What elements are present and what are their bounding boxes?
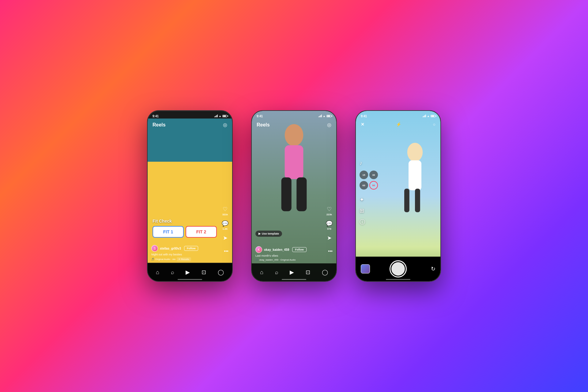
phone-1: 9:41 ▲ Reels ◎ ♡ 321k 💬	[147, 110, 233, 282]
phone3-status-bar: 9:41 ▲	[356, 111, 440, 119]
phone2-reels-title: Reels	[257, 122, 270, 128]
search-circle-icon[interactable]: ○	[433, 122, 435, 127]
phone1-header: Reels ◎	[148, 119, 232, 130]
template-label: Use template	[262, 232, 279, 235]
like-action-2[interactable]: ♡ 223k	[326, 206, 332, 216]
phone3-left-tools: ♪ 15 30 60 90 ✦ ⊞ ⓘ	[360, 160, 378, 226]
phone2-status-bar: 9:41 ▲	[252, 111, 336, 119]
comment-action[interactable]: 💬 1.2K	[222, 220, 228, 230]
audio-text: 🎵 Original Audio · ste	[151, 258, 175, 261]
duration-15[interactable]: 15	[360, 171, 368, 179]
share-action[interactable]: ➤	[223, 235, 228, 241]
nav-shop[interactable]: ⊡	[202, 269, 206, 276]
username: stellas_gr00v3	[160, 247, 181, 250]
username-2: okay_kaiden_459	[264, 248, 289, 251]
results-icon: ≡	[179, 258, 180, 261]
phone1-bottom-nav: ⌂ ⌕ ▶ ⊡ ◯	[148, 263, 232, 281]
fit2-button[interactable]: FIT 2	[186, 226, 217, 238]
phone2-header: Reels ◎	[252, 119, 336, 130]
layout-icon[interactable]: ⊞	[360, 207, 378, 214]
share-icon-2: ➤	[327, 235, 332, 241]
template-icon: ▶	[258, 232, 261, 235]
phone1-reels-title: Reels	[153, 122, 166, 128]
comment-count: 1.2K	[223, 228, 228, 230]
wifi-icon-3: ▲	[427, 115, 430, 118]
like-action[interactable]: ♡ 321k	[222, 206, 228, 216]
nav-home-2[interactable]: ⌂	[260, 269, 263, 276]
comment-action-2[interactable]: 💬 978	[326, 220, 333, 230]
phone3-skater	[391, 135, 434, 233]
results-label: Results	[181, 258, 189, 261]
duration-60[interactable]: 60	[360, 181, 368, 190]
record-button-inner	[391, 262, 405, 276]
close-button[interactable]: ✕	[361, 122, 364, 127]
caption-text-2: Last month's vibes	[255, 254, 333, 257]
nav-reels[interactable]: ▶	[186, 269, 190, 276]
mute-icon[interactable]: ⚡	[396, 122, 401, 127]
nav-search[interactable]: ⌕	[171, 269, 174, 276]
comment-icon-2: 💬	[326, 220, 333, 227]
phone3-status-icons: ▲	[423, 115, 435, 118]
fit-buttons-container: FIT 1 FIT 2	[153, 226, 217, 238]
caption-text: Night out with my besties	[151, 253, 228, 256]
phone1-time: 9:41	[153, 115, 159, 118]
fit-check-area: Fit Check FIT 1 FIT 2	[153, 219, 217, 241]
phone2-user-info: K okay_kaiden_459 Follow Last month's vi…	[255, 246, 333, 261]
wifi-icon: ▲	[219, 115, 221, 118]
home-indicator-3	[386, 279, 410, 280]
phone2-right-actions: ♡ 223k 💬 978 ➤	[326, 206, 333, 241]
thumbnail-preview	[361, 264, 370, 273]
flip-camera-button[interactable]: ↻	[431, 266, 435, 272]
phone-2: 9:41 ▲ Reels ◎ ♡ 223k 💬	[251, 110, 337, 282]
share-action-2[interactable]: ➤	[327, 235, 332, 241]
use-template-button[interactable]: ▶ Use template	[255, 231, 282, 237]
like-count: 321k	[222, 213, 228, 216]
user-avatar-2: K	[255, 246, 262, 253]
nav-profile[interactable]: ◯	[218, 269, 224, 276]
duration-90[interactable]: 90	[369, 181, 378, 190]
duration-30[interactable]: 30	[369, 171, 378, 179]
nav-home[interactable]: ⌂	[156, 269, 159, 276]
duration-row-bottom: 60 90	[360, 181, 378, 190]
camera-icon-2[interactable]: ◎	[327, 122, 331, 128]
timer-icon[interactable]: ⓘ	[360, 218, 378, 226]
nav-profile-2[interactable]: ◯	[322, 269, 328, 276]
user-avatar: S	[151, 245, 158, 252]
like-count-2: 223k	[326, 213, 332, 216]
phone-1-screen: 9:41 ▲ Reels ◎ ♡ 321k 💬	[148, 111, 232, 281]
wifi-icon: ▲	[323, 115, 326, 118]
nav-shop-2[interactable]: ⊡	[306, 269, 310, 276]
audio-row: 🎵 Original Audio · ste ≡ Results	[151, 257, 228, 261]
phone1-right-actions: ♡ 321k 💬 1.2K ➤	[222, 206, 228, 241]
heart-icon-2: ♡	[327, 206, 332, 213]
battery-icon-3	[431, 115, 435, 117]
user-row: S stellas_gr00v3 Follow	[151, 245, 228, 252]
camera-icon[interactable]: ◎	[223, 122, 227, 128]
follow-button-2[interactable]: Follow	[292, 247, 307, 252]
follow-button[interactable]: Follow	[184, 246, 198, 251]
share-icon: ➤	[223, 235, 228, 241]
heart-icon: ♡	[223, 206, 228, 213]
signal-icon-3	[423, 115, 426, 117]
phone3-bottom-bar: ↻	[356, 257, 440, 281]
phone1-status-bar: 9:41 ▲	[148, 111, 232, 119]
music-note-icon[interactable]: ♪	[360, 160, 378, 166]
nav-reels-2[interactable]: ▶	[290, 269, 294, 276]
record-button[interactable]	[390, 260, 407, 277]
results-button[interactable]: ≡ Results	[177, 257, 191, 261]
duration-row-top: 15 30	[360, 171, 378, 179]
phone1-user-info: S stellas_gr00v3 Follow Night out with m…	[151, 245, 228, 261]
comment-count-2: 978	[327, 228, 331, 230]
audio-row-2: 🎵 okay_kaiden_459 · Original Audio	[255, 258, 333, 261]
fit-check-title: Fit Check	[153, 219, 217, 224]
signal-icon	[214, 115, 218, 117]
effects-icon[interactable]: ✦	[360, 196, 378, 203]
nav-search-2[interactable]: ⌕	[275, 269, 278, 276]
phone2-dancer	[270, 123, 318, 233]
comment-icon: 💬	[222, 220, 228, 227]
duration-selector: 15 30 60 90	[360, 171, 378, 190]
user-row-2: K okay_kaiden_459 Follow	[255, 246, 333, 253]
fit1-button[interactable]: FIT 1	[153, 226, 184, 238]
audio-text-2: 🎵 okay_kaiden_459 · Original Audio	[255, 258, 296, 261]
phone3-time: 9:41	[361, 115, 367, 118]
